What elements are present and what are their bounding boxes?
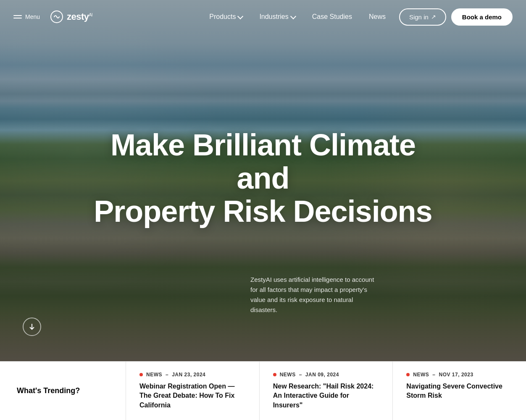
trending-title-2: Navigating Severe Convective Storm Risk xyxy=(406,382,513,401)
nav-actions: Sign in ↗ Book a demo xyxy=(399,8,513,26)
external-link-icon: ↗ xyxy=(431,13,436,20)
nav-link-news[interactable]: News xyxy=(362,10,392,24)
list-item[interactable]: NEWS – JAN 23, 2024 Webinar Registration… xyxy=(126,362,260,420)
menu-label: Menu xyxy=(25,13,40,20)
trending-items: NEWS – JAN 23, 2024 Webinar Registration… xyxy=(126,362,526,420)
nav-item-news: News xyxy=(362,10,392,24)
trending-bar: What's Trending? NEWS – JAN 23, 2024 Web… xyxy=(0,361,526,420)
logo-text: zestyAI xyxy=(67,11,92,22)
hero-title-block: Make Brilliant Climate and Property Risk… xyxy=(91,129,435,228)
scroll-down-button[interactable] xyxy=(23,318,41,336)
trending-title-1: New Research: "Hail Risk 2024: An Intera… xyxy=(273,382,379,410)
list-item[interactable]: NEWS – NOV 17, 2023 Navigating Severe Co… xyxy=(393,362,526,420)
nav-link-industries[interactable]: Industries xyxy=(252,10,302,24)
news-meta-0: NEWS – JAN 23, 2024 xyxy=(139,372,246,378)
chevron-down-icon xyxy=(237,13,243,19)
menu-button[interactable]: Menu xyxy=(13,13,40,20)
nav-item-case-studies: Case Studies xyxy=(305,10,359,24)
hero-description: ZestyAI uses artificial intelligence to … xyxy=(250,275,376,315)
hero-heading: Make Brilliant Climate and Property Risk… xyxy=(91,129,435,228)
hero-section: Make Brilliant Climate and Property Risk… xyxy=(0,0,526,361)
nav-link-products[interactable]: Products xyxy=(203,10,249,24)
book-demo-button[interactable]: Book a demo xyxy=(451,8,513,26)
nav-item-products: Products xyxy=(203,10,249,24)
news-meta-1: NEWS – JAN 09, 2024 xyxy=(273,372,379,378)
trending-label: What's Trending? xyxy=(0,362,126,420)
signin-button[interactable]: Sign in ↗ xyxy=(399,8,446,26)
logo-icon xyxy=(50,10,63,24)
news-dot-icon xyxy=(406,373,410,376)
navbar: Menu zestyAI Products Industries Case St… xyxy=(0,0,526,34)
news-dot-icon xyxy=(273,373,276,376)
news-meta-2: NEWS – NOV 17, 2023 xyxy=(406,372,513,378)
news-dot-icon xyxy=(139,373,143,376)
nav-links: Products Industries Case Studies News xyxy=(203,10,392,24)
hamburger-icon xyxy=(13,15,22,18)
trending-title-0: Webinar Registration Open — The Great De… xyxy=(139,382,246,410)
chevron-down-icon xyxy=(290,13,296,19)
logo-link[interactable]: zestyAI xyxy=(50,10,92,24)
list-item[interactable]: NEWS – JAN 09, 2024 New Research: "Hail … xyxy=(260,362,393,420)
nav-link-case-studies[interactable]: Case Studies xyxy=(305,10,359,24)
arrow-down-icon xyxy=(28,323,36,331)
nav-item-industries: Industries xyxy=(252,10,302,24)
